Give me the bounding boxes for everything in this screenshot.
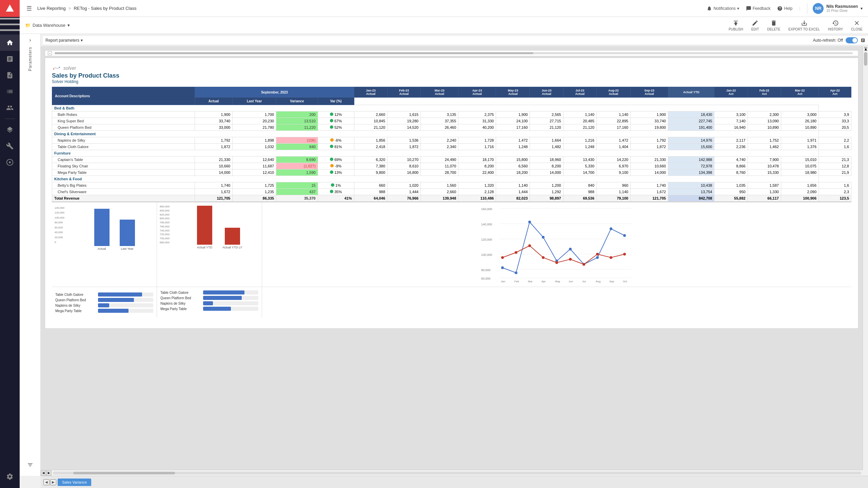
charts-row: Actual Last Year 140,000120,000100,00080… xyxy=(52,202,851,287)
help-button[interactable]: Help xyxy=(777,6,792,11)
svg-point-22 xyxy=(528,221,531,223)
sidebar-navigation xyxy=(0,32,20,468)
tab-nav-left[interactable]: ◀ xyxy=(43,479,50,485)
topbar-hamburger[interactable]: ☰ xyxy=(25,3,33,14)
nav-tools[interactable] xyxy=(0,138,20,154)
svg-point-36 xyxy=(583,263,585,266)
svg-text:Mar: Mar xyxy=(528,280,533,283)
parameters-label[interactable]: Parameters xyxy=(26,44,34,74)
export-excel-button[interactable]: EXPORT TO EXCEL xyxy=(788,20,820,31)
svg-point-6 xyxy=(53,68,54,69)
toggle-knob xyxy=(852,38,857,43)
scroll-left-btn[interactable]: ◀ xyxy=(41,470,46,476)
svg-rect-2 xyxy=(0,24,20,25)
svg-text:60,000: 60,000 xyxy=(481,277,491,280)
report-params-bar[interactable]: Report parameters ▾ Auto-refresh: Off xyxy=(43,36,868,45)
table-row: King Super Bed33,74020,23013,510 67%10,8… xyxy=(52,118,851,124)
feb22-header: Feb-22Act xyxy=(748,87,781,98)
line-chart: 160,000 140,000 120,000 100,000 80,000 6… xyxy=(262,202,851,287)
sep-2023-header: September, 2023 xyxy=(195,87,354,98)
svg-point-7 xyxy=(59,67,60,68)
nav-reports[interactable] xyxy=(0,67,20,83)
svg-text:140,000: 140,000 xyxy=(481,223,492,226)
mini-bar-row-4: Mega Party Table xyxy=(55,309,153,313)
edit-button[interactable]: EDIT xyxy=(751,20,759,31)
lastyear-subheader: Last Year xyxy=(233,98,276,105)
mini-bar-row-1: Table Cloth Galore xyxy=(55,292,153,297)
nav-home[interactable] xyxy=(0,35,20,51)
jan23-header: Jan-23Actual xyxy=(354,87,387,98)
scroll-up-arrow[interactable]: ▲ xyxy=(864,47,867,49)
table-row: Napkins de Silky1,7921,898(106) -6%1,856… xyxy=(52,137,851,144)
actual-subheader: Actual xyxy=(195,98,233,105)
mini-bar-row-r3: Napkins de Silky xyxy=(160,301,258,305)
svg-point-20 xyxy=(501,266,504,269)
tab-nav-right[interactable]: ▶ xyxy=(50,479,56,485)
breadcrumb-separator: > xyxy=(68,6,71,11)
mini-bar-row-r2: Queen Platform Bed xyxy=(160,296,258,300)
report-container: solver Sales by Product Class Solver Hol… xyxy=(45,58,859,329)
delete-button[interactable]: DELETE xyxy=(767,20,780,31)
nav-circle[interactable] xyxy=(0,154,20,170)
svg-text:Feb: Feb xyxy=(514,280,519,283)
svg-rect-3 xyxy=(0,29,20,31)
svg-marker-0 xyxy=(6,4,14,12)
bar1-y-axis: 140,000120,000100,00080,00060,00040,0002… xyxy=(55,206,64,244)
publish-button[interactable]: PUBLISH xyxy=(729,20,743,31)
scroll-collapse[interactable]: − xyxy=(48,51,52,55)
feedback-button[interactable]: Feedback xyxy=(746,6,771,11)
actual-bar: Actual xyxy=(94,209,110,250)
nav-layers[interactable] xyxy=(0,122,20,138)
table-row: Table Cloth Galore1,8721,032840 81%2,418… xyxy=(52,144,851,150)
scroll-track-bottom[interactable] xyxy=(53,472,861,474)
breadcrumb-live-reporting[interactable]: Live Reporting xyxy=(37,6,66,11)
tab-bar: ◀ ▶ Sales Variance xyxy=(41,476,868,488)
solver-logo-text: solver xyxy=(63,65,76,71)
mar22-header: Mar-22Act xyxy=(781,87,818,98)
svg-text:80,000: 80,000 xyxy=(481,268,491,272)
bar2-y-axis: 860,000840,000820,000800,000780,000760,0… xyxy=(160,205,170,244)
nav-analytics[interactable] xyxy=(0,51,20,67)
notifications-button[interactable]: Notifications ▾ xyxy=(707,6,739,11)
bar-chart-1-bars: Actual Last Year xyxy=(55,206,154,250)
lastyear-bar: Last Year xyxy=(120,220,135,250)
scroll-track-top[interactable] xyxy=(55,52,853,54)
nav-users[interactable] xyxy=(0,100,20,116)
scroll-bottom[interactable]: ◀ ▶ xyxy=(41,470,863,476)
svg-text:Sep: Sep xyxy=(609,280,614,283)
apr22-header: Apr-22Act xyxy=(819,87,851,98)
variance-subheader: Variance xyxy=(276,98,318,105)
nav-settings[interactable] xyxy=(0,468,20,485)
svg-point-34 xyxy=(555,261,558,264)
autorefresh-label: Auto-refresh: Off xyxy=(813,38,843,43)
datawarehouse-label: Data Warehouse xyxy=(33,23,65,28)
hamburger-menu[interactable] xyxy=(0,17,20,32)
close-button[interactable]: CLOSE xyxy=(851,20,863,31)
tab-sales-variance[interactable]: Sales Variance xyxy=(58,479,91,486)
svg-point-29 xyxy=(623,234,626,237)
jul23-header: Jul-23Actual xyxy=(563,87,596,98)
history-button[interactable]: HISTORY xyxy=(828,20,843,31)
horizontal-scroll-top[interactable]: − xyxy=(45,50,859,56)
autorefresh-toggle[interactable] xyxy=(846,37,858,43)
scroll-right-small-btn[interactable]: ▶ xyxy=(46,470,52,476)
svg-point-25 xyxy=(569,248,572,250)
topbar-right: Notifications ▾ Feedback Help | NR Nils … xyxy=(707,3,863,14)
folder-icon: 📁 xyxy=(25,23,31,28)
mini-bars-left: Table Cloth Galore Queen Platform Bed Na… xyxy=(52,287,157,318)
data-table-wrapper[interactable]: Account Descriptions September, 2023 Jan… xyxy=(52,87,851,202)
actual-bar-fill xyxy=(94,209,110,246)
nav-list[interactable] xyxy=(0,83,20,100)
filter-icon[interactable] xyxy=(27,462,33,469)
svg-point-39 xyxy=(623,253,626,256)
svg-text:120,000: 120,000 xyxy=(481,238,492,241)
autorefresh-icon xyxy=(861,38,865,43)
params-expand-arrow[interactable] xyxy=(26,37,34,44)
svg-point-35 xyxy=(569,258,572,261)
scrollbar-right[interactable]: ▲ xyxy=(863,46,868,470)
table-row: Chef's Silverware1,6721,235437 35%9881,4… xyxy=(52,189,851,195)
sep23-header: Sep-23Actual xyxy=(630,87,668,98)
ytd-header: Actual YTD xyxy=(668,87,714,98)
datawarehouse-breadcrumb[interactable]: 📁 Data Warehouse ▾ xyxy=(25,23,70,28)
user-menu[interactable]: NR Nils Rasmussen 15 Prisc Dove ▾ xyxy=(807,3,863,14)
